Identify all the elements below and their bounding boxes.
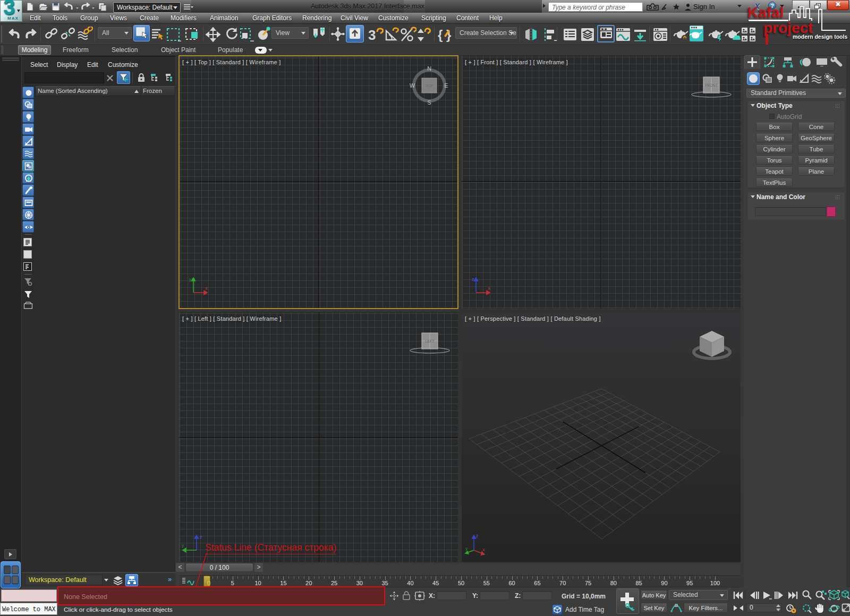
svg-text:z: z — [200, 534, 202, 540]
svg-text:S: S — [427, 99, 431, 106]
svg-text:z: z — [476, 533, 479, 538]
svg-text:z: z — [472, 277, 474, 282]
svg-text:y: y — [189, 277, 192, 282]
svg-text:LEFT: LEFT — [425, 339, 435, 343]
svg-text:x: x — [488, 286, 490, 291]
svg-text:x: x — [482, 547, 485, 552]
svg-text:N: N — [427, 65, 431, 72]
svg-text:E: E — [444, 82, 448, 89]
svg-text:y: y — [182, 543, 184, 548]
svg-text:FRONT: FRONT — [705, 83, 718, 87]
svg-text:y: y — [465, 546, 468, 551]
svg-text:W: W — [410, 82, 415, 89]
svg-text:x: x — [205, 286, 208, 291]
svg-text:TOP: TOP — [426, 84, 434, 88]
svg-text:3: 3 — [368, 27, 376, 43]
svg-text:{: { — [438, 28, 443, 42]
